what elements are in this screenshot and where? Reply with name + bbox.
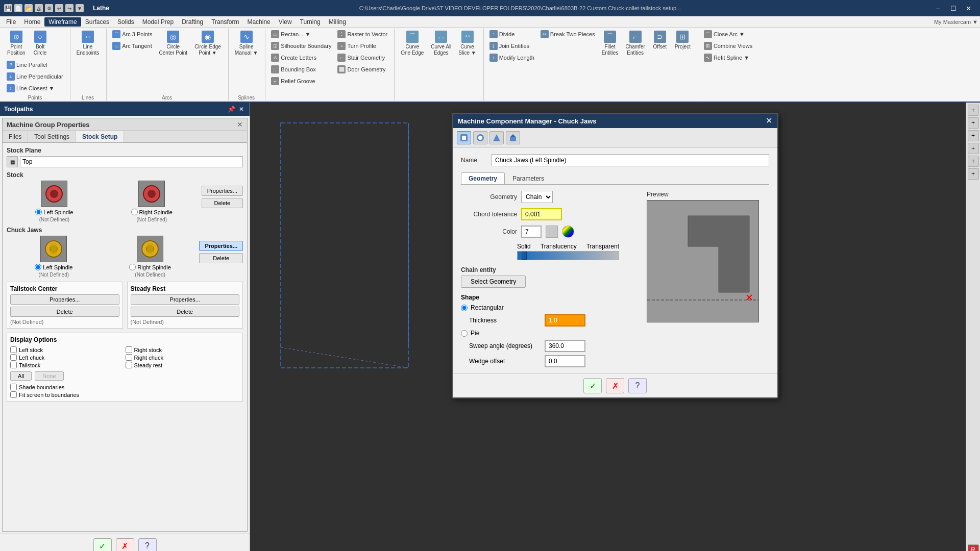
curve-slice-button[interactable]: ⌔ CurveSlice ▼ bbox=[455, 29, 479, 58]
arc-3pts-button[interactable]: ⌒ Arc 3 Points bbox=[110, 29, 155, 40]
re-btn-2[interactable]: + bbox=[968, 117, 979, 129]
tab-geometry[interactable]: Geometry bbox=[461, 172, 505, 184]
left-stock-cb[interactable] bbox=[10, 346, 17, 353]
line-closest-button[interactable]: ↕ Line Closest ▼ bbox=[4, 83, 66, 94]
select-geometry-button[interactable]: Select Geometry bbox=[461, 276, 526, 288]
translucency-slider[interactable] bbox=[517, 251, 619, 260]
sweep-angle-input[interactable] bbox=[545, 340, 585, 352]
new-icon[interactable]: 📄 bbox=[14, 4, 22, 12]
plane-icon[interactable]: ▦ bbox=[7, 156, 18, 167]
line-perpendicular-button[interactable]: ⊥ Line Perpendicular bbox=[4, 71, 66, 82]
left-stock-label[interactable]: Left stock bbox=[10, 346, 125, 353]
chuck-delete-button[interactable]: Delete bbox=[199, 253, 243, 263]
color-picker-button[interactable] bbox=[562, 226, 574, 238]
join-entities-button[interactable]: ⌊ Join Entities bbox=[487, 40, 537, 52]
tailstock-properties-button[interactable]: Properties... bbox=[10, 294, 119, 305]
door-geometry-button[interactable]: ⬜ Door Geometry bbox=[335, 64, 390, 75]
tab-parameters[interactable]: Parameters bbox=[505, 172, 552, 184]
re-btn-1[interactable]: + bbox=[968, 105, 979, 116]
menu-view[interactable]: View bbox=[275, 17, 296, 27]
all-button[interactable]: All bbox=[10, 371, 32, 381]
divide-button[interactable]: ÷ Divide bbox=[487, 29, 537, 40]
panel-cancel-button[interactable]: ✗ bbox=[116, 538, 134, 551]
fit-screen-label[interactable]: Fit screen to boundaries bbox=[10, 391, 239, 398]
tab-stock-setup[interactable]: Stock Setup bbox=[76, 131, 124, 142]
raster-vector-button[interactable]: ⋮ Raster to Vector bbox=[335, 29, 390, 40]
chuck-left-radio[interactable] bbox=[35, 264, 41, 270]
modal-cancel-button[interactable]: ✗ bbox=[606, 378, 624, 393]
close-button[interactable]: ✕ bbox=[962, 3, 976, 14]
chord-tolerance-input[interactable] bbox=[521, 208, 562, 220]
stock-right-radio[interactable] bbox=[131, 209, 138, 215]
circle-edge-button[interactable]: ◉ Circle EdgePoint ▼ bbox=[191, 29, 224, 58]
open-icon[interactable]: 📂 bbox=[24, 4, 33, 12]
refit-spline-button[interactable]: ∿ Refit Spline ▼ bbox=[701, 52, 755, 63]
bolt-circle-button[interactable]: ○ BoltCircle bbox=[30, 29, 51, 58]
settings-icon[interactable]: ⚙ bbox=[45, 4, 53, 12]
stock-delete-button[interactable]: Delete bbox=[202, 198, 243, 208]
modal-help-button[interactable]: ? bbox=[628, 378, 647, 393]
shade-boundaries-cb[interactable] bbox=[10, 384, 17, 390]
turn-profile-button[interactable]: ⌁ Turn Profile bbox=[335, 40, 390, 52]
menu-model-prep[interactable]: Model Prep bbox=[138, 17, 178, 27]
create-letters-button[interactable]: A Create Letters bbox=[268, 52, 334, 63]
tab-tool-settings[interactable]: Tool Settings bbox=[28, 131, 76, 142]
right-stock-cb[interactable] bbox=[126, 346, 132, 353]
chuck-right-radio[interactable] bbox=[129, 264, 136, 270]
tailstock-cb[interactable] bbox=[10, 362, 17, 368]
color-swatch[interactable] bbox=[546, 226, 558, 238]
stock-right-radio-label[interactable]: Right Spindle bbox=[131, 209, 173, 215]
modal-close-button[interactable]: ✕ bbox=[766, 117, 772, 125]
print-icon[interactable]: 🖨 bbox=[35, 4, 43, 12]
right-chuck-label[interactable]: Right chuck bbox=[126, 354, 240, 361]
tailstock-cb-label[interactable]: Tailstock bbox=[10, 362, 125, 368]
thickness-input[interactable] bbox=[545, 314, 585, 327]
steady-rest-cb[interactable] bbox=[126, 362, 132, 368]
menu-drafting[interactable]: Drafting bbox=[178, 17, 207, 27]
menu-transform[interactable]: Transform bbox=[207, 17, 243, 27]
panel-help-button[interactable]: ? bbox=[138, 538, 157, 551]
steady-delete-button[interactable]: Delete bbox=[131, 307, 240, 317]
line-parallel-button[interactable]: // Line Parallel bbox=[4, 59, 66, 70]
chuck-properties-button[interactable]: Properties... bbox=[199, 241, 243, 251]
relief-groove-button[interactable]: ⌐ Relief Groove bbox=[268, 76, 334, 87]
chuck-left-radio-label[interactable]: Left Spindle bbox=[35, 264, 72, 270]
spline-manual-button[interactable]: ∿ SplineManual ▼ bbox=[232, 29, 261, 58]
curve-all-edges-button[interactable]: ⌓ Curve AllEdges bbox=[428, 29, 454, 58]
chuck-right-radio-label[interactable]: Right Spindle bbox=[129, 264, 170, 270]
modal-component-button[interactable] bbox=[457, 131, 471, 144]
re-btn-3[interactable]: + bbox=[968, 130, 979, 141]
menu-wireframe[interactable]: Wireframe bbox=[44, 17, 81, 27]
curve-one-edge-button[interactable]: ⌒ CurveOne Edge bbox=[398, 29, 427, 58]
menu-home[interactable]: Home bbox=[20, 17, 44, 27]
menu-milling[interactable]: Milling bbox=[325, 17, 350, 27]
geometry-select[interactable]: Chain Solid bbox=[521, 191, 553, 203]
redo-icon[interactable]: ↪ bbox=[65, 4, 74, 12]
line-endpoints-button[interactable]: ↔ LineEndpoints bbox=[74, 29, 102, 58]
modify-length-button[interactable]: ↕ Modify Length bbox=[487, 52, 537, 63]
right-chuck-cb[interactable] bbox=[126, 354, 132, 361]
stock-properties-button[interactable]: Properties... bbox=[202, 186, 243, 196]
stair-geometry-button[interactable]: ⌐ Stair Geometry bbox=[335, 52, 390, 63]
minimize-button[interactable]: – bbox=[931, 3, 945, 14]
modal-ok-button[interactable]: ✓ bbox=[583, 378, 602, 393]
project-button[interactable]: ⊞ Project bbox=[672, 29, 694, 52]
re-btn-6[interactable]: + bbox=[968, 168, 979, 180]
re-btn-5[interactable]: + bbox=[968, 156, 979, 167]
fit-screen-cb[interactable] bbox=[10, 391, 17, 398]
stock-left-radio-label[interactable]: Left Spindle bbox=[35, 209, 73, 215]
combine-views-button[interactable]: ⊞ Combine Views bbox=[701, 40, 755, 52]
tailstock-delete-button[interactable]: Delete bbox=[10, 307, 119, 317]
re-btn-accent[interactable]: R bbox=[968, 544, 979, 551]
wedge-offset-input[interactable] bbox=[545, 355, 585, 367]
panel-pin-button[interactable]: 📌 bbox=[227, 105, 235, 113]
left-chuck-cb[interactable] bbox=[10, 354, 17, 361]
point-position-button[interactable]: ⊕ PointPosition bbox=[4, 29, 29, 58]
circle-center-button[interactable]: ◎ CircleCenter Point bbox=[156, 29, 191, 58]
save-icon[interactable]: 💾 bbox=[4, 4, 12, 12]
bounding-box-button[interactable]: ⬚ Bounding Box bbox=[268, 64, 334, 75]
modal-shape-button[interactable] bbox=[473, 131, 487, 144]
mgp-close-button[interactable]: ✕ bbox=[237, 120, 243, 129]
menu-file[interactable]: File bbox=[2, 17, 20, 27]
color-number-input[interactable] bbox=[521, 226, 542, 238]
